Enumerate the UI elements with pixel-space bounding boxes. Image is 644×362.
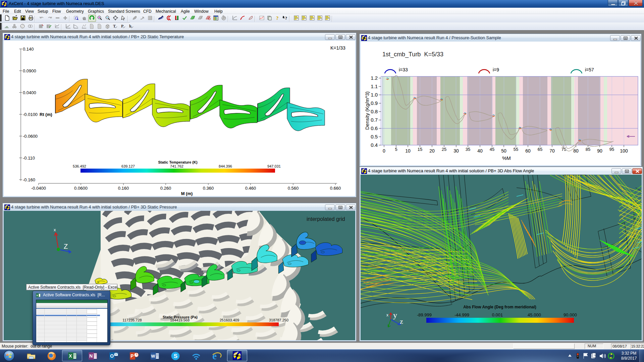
svg-text:117235.728: 117235.728 [122,318,142,322]
svg-text:0.4: 0.4 [371,142,378,148]
svg-text:947.031: 947.031 [267,164,281,168]
svg-text:10: 10 [405,148,411,154]
svg-text:40: 40 [477,148,483,154]
svg-text:i=33: i=33 [399,67,408,72]
svg-text:O: O [110,353,114,359]
svg-text:90: 90 [597,148,602,154]
svg-text:0: 0 [383,148,385,154]
svg-text:-0.110: -0.110 [23,156,35,161]
svg-text:15: 15 [418,147,422,152]
svg-text:?: ? [285,16,287,20]
svg-text:1st_cmb_Turb K=5/33: 1st_cmb_Turb K=5/33 [382,51,443,58]
svg-text:0.460: 0.460 [245,186,256,191]
svg-text:0.0900: 0.0900 [23,68,36,73]
svg-text:100: 100 [620,148,628,154]
svg-text:h: h [129,24,131,28]
svg-text:0.8: 0.8 [371,109,378,114]
svg-text:-0.0400: -0.0400 [31,186,46,191]
svg-text:90.000: 90.000 [564,312,577,317]
svg-text:0.7: 0.7 [371,117,378,123]
svg-text:0.9: 0.9 [371,100,378,106]
svg-text:184419.568: 184419.568 [170,318,190,322]
svg-text:95: 95 [609,147,614,152]
svg-text:536.492: 536.492 [73,164,86,168]
svg-text:0.260: 0.260 [160,186,171,191]
svg-text:-89.999: -89.999 [417,312,432,317]
svg-text:z: z [400,317,403,325]
svg-text:639.127: 639.127 [121,164,135,168]
svg-text:Density (Kg/m^3): Density (Kg/m^3) [364,92,370,130]
svg-text:25: 25 [442,147,446,152]
svg-text:Abs Flow Angle (Deg from merid: Abs Flow Angle (Deg from meridional) [463,305,536,309]
svg-text:y: y [393,311,397,319]
svg-text:65: 65 [538,147,542,152]
svg-text:i=57: i=57 [585,67,594,72]
svg-text:251603.409: 251603.409 [220,318,239,322]
svg-text:0.360: 0.360 [203,186,214,191]
svg-text:Static Temperature (K): Static Temperature (K) [158,160,197,164]
svg-text:S: S [174,353,177,359]
svg-text:741.762: 741.762 [170,164,183,168]
svg-text:-0.0600: -0.0600 [23,134,38,139]
svg-text:45: 45 [490,147,494,152]
svg-text:?: ? [276,15,279,21]
svg-text:85: 85 [586,147,590,152]
svg-text:55: 55 [514,147,518,152]
svg-text:35: 35 [466,147,470,152]
svg-text:W: W [151,354,155,359]
svg-text:-0.0100: -0.0100 [23,112,38,117]
svg-text:interpolated grid: interpolated grid [307,216,345,222]
svg-text:0.140: 0.140 [23,47,34,52]
svg-text:e: e [212,351,217,361]
svg-text:X: X [36,294,38,297]
svg-text:x: x [54,227,56,232]
svg-text:Rt (m): Rt (m) [40,112,52,117]
svg-text:0.001: 0.001 [492,312,503,317]
svg-text:0.560: 0.560 [288,186,299,191]
svg-text:844.396: 844.396 [219,164,232,168]
svg-text:20: 20 [429,148,435,154]
svg-text:60: 60 [525,148,531,154]
svg-text:-44.999: -44.999 [454,312,469,317]
svg-text:45.000: 45.000 [528,312,541,317]
svg-text:1.1: 1.1 [371,83,378,89]
svg-text:K=1/33: K=1/33 [330,45,345,51]
svg-text:X: X [69,353,72,359]
svg-text:5: 5 [395,147,397,152]
svg-text:1.0: 1.0 [371,92,378,98]
svg-text:M (m): M (m) [181,191,193,196]
svg-text:1.2: 1.2 [371,75,378,81]
svg-text:0.0400: 0.0400 [23,90,36,95]
svg-text:0.5: 0.5 [371,134,378,139]
svg-text:%M: %M [502,155,511,161]
svg-text:50: 50 [501,148,506,154]
svg-text:0.0600: 0.0600 [74,186,88,191]
svg-text:30: 30 [453,148,459,154]
svg-text:80: 80 [573,148,579,154]
svg-text:i=9: i=9 [493,67,499,72]
svg-text:x: x [386,313,388,317]
svg-text:0.160: 0.160 [118,186,129,191]
svg-text:0.6: 0.6 [371,125,378,131]
svg-text:318787.250: 318787.250 [269,318,288,322]
svg-text:70: 70 [549,148,555,154]
svg-text:0.660: 0.660 [330,186,341,191]
svg-text:Z: Z [64,243,68,250]
svg-text:-0.160: -0.160 [23,177,35,182]
svg-text:P: P [130,353,133,359]
svg-text:N: N [89,353,93,359]
